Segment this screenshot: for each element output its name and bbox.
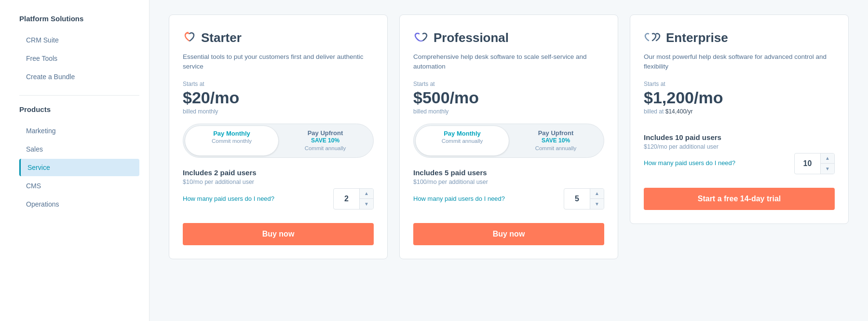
spinner-down-enterprise[interactable]: ▼ <box>821 164 834 174</box>
plan-card-starter: StarterEssential tools to put your custo… <box>169 14 388 259</box>
plan-card-enterprise: EnterpriseOur most powerful help desk so… <box>630 14 849 224</box>
users-row-starter: How many paid users do I need?2▲▼ <box>183 188 374 209</box>
users-row-enterprise: How many paid users do I need?10▲▼ <box>644 153 835 174</box>
plans-container: StarterEssential tools to put your custo… <box>169 14 849 259</box>
plan-icon-professional <box>413 31 429 45</box>
per-user-price-enterprise: $120/mo per additional user <box>644 143 835 150</box>
spinner-buttons-enterprise: ▲▼ <box>821 154 834 174</box>
plan-icon-starter <box>183 31 196 45</box>
users-section-professional: Includes 5 paid users$100/mo per additio… <box>413 168 604 209</box>
plan-price-starter: $20/mo <box>183 88 374 107</box>
plan-price-enterprise: $1,200/mo <box>644 88 835 107</box>
page-wrapper: Platform Solutions CRM SuiteFree ToolsCr… <box>0 0 868 321</box>
starts-at-label-enterprise: Starts at <box>644 81 835 87</box>
spinner-buttons-starter: ▲▼ <box>360 189 373 209</box>
toggle-monthly-professional[interactable]: Pay MonthlyCommit annually <box>415 126 509 156</box>
spinner-up-enterprise[interactable]: ▲ <box>821 154 834 164</box>
main-content: StarterEssential tools to put your custo… <box>149 0 868 321</box>
user-spinner-professional: 5▲▼ <box>564 188 604 209</box>
user-spinner-enterprise: 10▲▼ <box>794 153 835 174</box>
plan-name-starter: Starter <box>201 30 242 45</box>
platform-solutions-heading: Platform Solutions <box>19 14 139 23</box>
sidebar-item-sales[interactable]: Sales <box>19 140 139 158</box>
cta-button-enterprise[interactable]: Start a free 14-day trial <box>644 188 835 210</box>
plan-description-professional: Comprehensive help desk software to scal… <box>413 52 604 72</box>
sidebar-item-crm-suite[interactable]: CRM Suite <box>19 31 139 49</box>
users-row-professional: How many paid users do I need?5▲▼ <box>413 188 604 209</box>
payment-toggle-starter: Pay MonthlyCommit monthlyPay UpfrontSAVE… <box>183 124 374 158</box>
plan-icon-enterprise <box>644 31 661 45</box>
spinner-down-professional[interactable]: ▼ <box>590 199 604 209</box>
how-many-link-starter[interactable]: How many paid users do I need? <box>183 195 327 203</box>
toggle-upfront-starter[interactable]: Pay UpfrontSAVE 10%Commit annually <box>279 126 372 156</box>
starts-at-label-starter: Starts at <box>183 81 374 87</box>
cta-button-professional[interactable]: Buy now <box>413 223 604 245</box>
plan-price-professional: $500/mo <box>413 88 604 107</box>
plan-card-professional: ProfessionalComprehensive help desk soft… <box>399 14 618 259</box>
spinner-up-starter[interactable]: ▲ <box>360 189 373 199</box>
sidebar-item-create-bundle[interactable]: Create a Bundle <box>19 68 139 85</box>
payment-toggle-professional: Pay MonthlyCommit annuallyPay UpfrontSAV… <box>413 124 604 158</box>
products-heading: Products <box>19 105 139 113</box>
user-spinner-starter: 2▲▼ <box>333 188 374 209</box>
spinner-value-professional: 5 <box>564 189 590 209</box>
spinner-up-professional[interactable]: ▲ <box>590 189 604 199</box>
toggle-upfront-professional[interactable]: Pay UpfrontSAVE 10%Commit annually <box>509 126 602 156</box>
sidebar-divider <box>19 95 139 96</box>
billed-note-enterprise: billed at $14,400/yr <box>644 108 835 115</box>
includes-users-label-professional: Includes 5 paid users <box>413 168 604 177</box>
sidebar: Platform Solutions CRM SuiteFree ToolsCr… <box>0 0 149 321</box>
plan-header-enterprise: Enterprise <box>644 30 835 45</box>
per-user-price-starter: $10/mo per additional user <box>183 179 374 185</box>
sidebar-item-free-tools[interactable]: Free Tools <box>19 50 139 67</box>
spinner-value-starter: 2 <box>334 189 360 209</box>
billed-note-professional: billed monthly <box>413 108 604 115</box>
plan-header-starter: Starter <box>183 30 374 45</box>
plan-name-enterprise: Enterprise <box>666 30 728 45</box>
how-many-link-professional[interactable]: How many paid users do I need? <box>413 195 558 203</box>
plan-name-professional: Professional <box>434 30 509 45</box>
includes-users-label-enterprise: Includes 10 paid users <box>644 133 835 141</box>
how-many-link-enterprise[interactable]: How many paid users do I need? <box>644 159 788 167</box>
sidebar-item-marketing[interactable]: Marketing <box>19 122 139 140</box>
sidebar-item-operations[interactable]: Operations <box>19 195 139 213</box>
sidebar-item-service[interactable]: Service <box>19 159 139 176</box>
cta-button-starter[interactable]: Buy now <box>183 223 374 245</box>
plan-description-starter: Essential tools to put your customers fi… <box>183 52 374 72</box>
sidebar-item-cms[interactable]: CMS <box>19 177 139 195</box>
billed-note-starter: billed monthly <box>183 108 374 115</box>
spinner-buttons-professional: ▲▼ <box>590 189 604 209</box>
per-user-price-professional: $100/mo per additional user <box>413 179 604 185</box>
starts-at-label-professional: Starts at <box>413 81 604 87</box>
plan-description-enterprise: Our most powerful help desk software for… <box>644 52 835 72</box>
users-section-starter: Includes 2 paid users$10/mo per addition… <box>183 168 374 209</box>
users-section-enterprise: Includes 10 paid users$120/mo per additi… <box>644 133 835 174</box>
includes-users-label-starter: Includes 2 paid users <box>183 168 374 177</box>
toggle-monthly-starter[interactable]: Pay MonthlyCommit monthly <box>185 126 279 156</box>
plan-header-professional: Professional <box>413 30 604 45</box>
spinner-value-enterprise: 10 <box>795 154 821 174</box>
spinner-down-starter[interactable]: ▼ <box>360 199 373 209</box>
